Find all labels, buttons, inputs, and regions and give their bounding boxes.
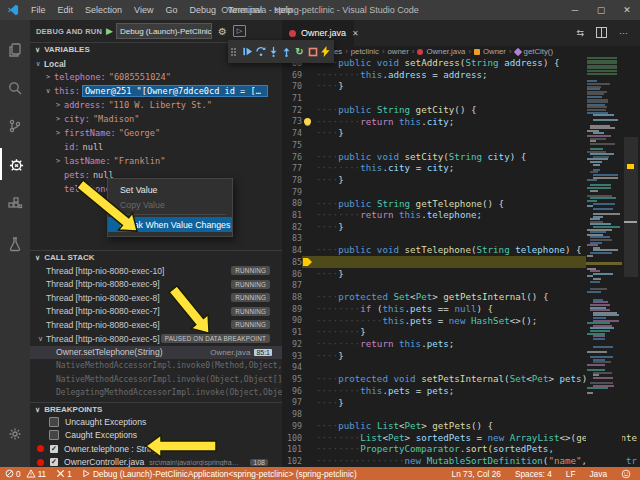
- breakpoint-checkbox[interactable]: ✓: [50, 445, 58, 453]
- chevron-down-icon[interactable]: ∨: [36, 60, 44, 68]
- line-number[interactable]: 102: [282, 456, 302, 466]
- line-number[interactable]: 71: [282, 93, 302, 103]
- variable-row[interactable]: >telephone: "6085551024": [30, 71, 282, 84]
- stop-button[interactable]: [306, 44, 319, 60]
- line-number[interactable]: 78: [282, 175, 302, 185]
- gutter-margin[interactable]: [302, 350, 316, 362]
- extensions-icon[interactable]: [0, 188, 30, 220]
- scrollbar-slider[interactable]: [624, 137, 638, 277]
- minimap[interactable]: [586, 57, 622, 467]
- breadcrumb-item[interactable]: owner: [388, 47, 409, 56]
- step-out-button[interactable]: [280, 44, 293, 60]
- gutter-margin[interactable]: [302, 162, 316, 174]
- call-stack-section-header[interactable]: ∨ CALL STACK: [30, 250, 282, 264]
- thread-row[interactable]: Thread [http-nio-8080-exec-8]RUNNING: [30, 291, 282, 304]
- explorer-icon[interactable]: [0, 34, 30, 66]
- menu-item-break-when-value-changes[interactable]: Break When Value Changes: [108, 217, 232, 232]
- gutter-margin[interactable]: [302, 151, 316, 163]
- line-number[interactable]: 87: [282, 280, 302, 290]
- gutter-margin[interactable]: [302, 373, 316, 385]
- toggle-editor-layout-icon[interactable]: ⇆: [576, 28, 584, 38]
- gutter-margin[interactable]: [302, 397, 316, 409]
- thread-row[interactable]: Thread [http-nio-8080-exec-10]RUNNING: [30, 264, 282, 277]
- line-number[interactable]: 92: [282, 339, 302, 349]
- thread-row[interactable]: Thread [http-nio-8080-exec-9]RUNNING: [30, 278, 282, 291]
- menu-selection[interactable]: Selection: [79, 5, 128, 15]
- gutter-margin[interactable]: [302, 256, 316, 268]
- stack-frame-row-external[interactable]: DelegatingMethodAccessorImpl.invoke(Obje…: [30, 386, 282, 399]
- menu-item-set-value[interactable]: Set Value: [108, 182, 232, 197]
- gutter-margin[interactable]: [302, 420, 316, 432]
- gutter-margin[interactable]: [302, 174, 316, 186]
- menu-item-copy-value[interactable]: Copy Value: [108, 197, 232, 212]
- gutter-margin[interactable]: [302, 361, 316, 373]
- menu-file[interactable]: File: [25, 5, 52, 15]
- step-over-button[interactable]: [254, 44, 267, 60]
- line-number[interactable]: 75: [282, 140, 302, 150]
- gutter-margin[interactable]: [302, 198, 316, 210]
- indentation-setting[interactable]: Spaces: 4: [515, 469, 552, 479]
- gutter-margin[interactable]: [302, 303, 316, 315]
- line-number[interactable]: 90: [282, 315, 302, 325]
- gutter-margin[interactable]: [302, 209, 316, 221]
- breakpoint-row[interactable]: ✓Owner.telephone : String: [30, 442, 282, 455]
- language-mode[interactable]: Java: [589, 469, 607, 479]
- lightbulb-icon[interactable]: [304, 118, 311, 125]
- source-control-icon[interactable]: [0, 110, 30, 142]
- line-number[interactable]: 89: [282, 304, 302, 314]
- line-number[interactable]: 98: [282, 409, 302, 419]
- chevron-right-icon[interactable]: >: [56, 115, 64, 123]
- maximize-button[interactable]: ▢: [588, 0, 614, 20]
- breakpoint-checkbox[interactable]: ✓: [50, 458, 58, 466]
- stack-frame-row-external[interactable]: NativeMethodAccessorImpl.invoke0(Method,…: [30, 359, 282, 372]
- line-number[interactable]: 100: [282, 433, 302, 443]
- breakpoint-row[interactable]: ✓OwnerController.javasrc\main\java\org\s…: [30, 456, 282, 467]
- gutter-margin[interactable]: [302, 385, 316, 397]
- variable-row[interactable]: >address: "110 W. Liberty St.": [30, 99, 282, 112]
- gutter-margin[interactable]: [302, 244, 316, 256]
- breakpoint-row[interactable]: Uncaught Exceptions: [30, 415, 282, 428]
- line-number[interactable]: 74: [282, 128, 302, 138]
- gutter-margin[interactable]: [302, 69, 316, 81]
- menu-debug[interactable]: Debug: [183, 5, 222, 15]
- minimize-button[interactable]: ─: [562, 0, 588, 20]
- gutter-margin[interactable]: [302, 338, 316, 350]
- line-number[interactable]: 83: [282, 233, 302, 243]
- chevron-right-icon[interactable]: >: [46, 73, 54, 81]
- gutter-margin[interactable]: [302, 92, 316, 104]
- thread-row[interactable]: Thread [http-nio-8080-exec-6]RUNNING: [30, 318, 282, 331]
- gutter-margin[interactable]: [302, 315, 316, 327]
- gutter-margin[interactable]: [302, 268, 316, 280]
- eol-setting[interactable]: LF: [566, 469, 576, 479]
- line-number[interactable]: 82: [282, 222, 302, 232]
- gutter-margin[interactable]: [302, 291, 316, 303]
- test-flask-icon[interactable]: [0, 228, 30, 260]
- gutter-margin[interactable]: [302, 221, 316, 233]
- gutter-margin[interactable]: [302, 233, 316, 245]
- debug-session-status[interactable]: Debug (Launch)-PetClinicApplication<spri…: [82, 469, 357, 479]
- gutter-margin[interactable]: [302, 186, 316, 198]
- gutter-margin[interactable]: [302, 116, 316, 128]
- menu-edit[interactable]: Edit: [52, 5, 80, 15]
- line-number[interactable]: 93: [282, 351, 302, 361]
- breadcrumb-item[interactable]: petclinic: [351, 47, 379, 56]
- gutter-margin[interactable]: [302, 432, 316, 444]
- line-number[interactable]: 99: [282, 421, 302, 431]
- cursor-position[interactable]: Ln 73, Col 26: [452, 469, 501, 479]
- line-number[interactable]: 97: [282, 397, 302, 407]
- line-number[interactable]: 96: [282, 386, 302, 396]
- continue-button[interactable]: [241, 44, 254, 60]
- gutter-margin[interactable]: [302, 279, 316, 291]
- line-number[interactable]: 72: [282, 105, 302, 115]
- variable-row[interactable]: id: null: [30, 140, 282, 153]
- line-number[interactable]: 94: [282, 362, 302, 372]
- breadcrumb-item[interactable]: Owner: [483, 47, 506, 56]
- thread-row[interactable]: ∨Thread [http-nio-8080-exec-5]PAUSED ON …: [30, 332, 282, 345]
- chevron-right-icon[interactable]: >: [56, 101, 64, 109]
- breakpoints-section-header[interactable]: ∨ BREAKPOINTS: [30, 402, 282, 416]
- line-number[interactable]: 84: [282, 245, 302, 255]
- line-number[interactable]: 95: [282, 374, 302, 384]
- feedback-smiley-icon[interactable]: [621, 469, 633, 479]
- breadcrumb-item[interactable]: Owner.java: [426, 47, 465, 56]
- line-number[interactable]: 70: [282, 81, 302, 91]
